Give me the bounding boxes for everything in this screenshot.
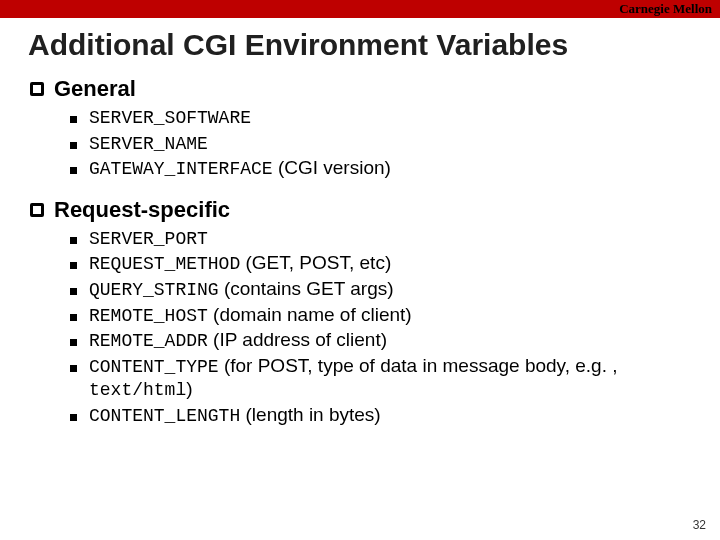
square-bullet-icon [70,116,77,123]
list-item-text: QUERY_STRING (contains GET args) [89,278,394,302]
top-color-bar [0,0,720,18]
list-item: SERVER_NAME [70,132,690,156]
section-items: SERVER_PORT REQUEST_METHOD (GET, POST, e… [70,227,690,428]
square-bullet-icon [70,339,77,346]
square-bullet-icon [70,314,77,321]
list-item: GATEWAY_INTERFACE (CGI version) [70,157,690,181]
list-item-text: REMOTE_HOST (domain name of client) [89,304,412,328]
list-item: REMOTE_HOST (domain name of client) [70,304,690,328]
list-item-text: CONTENT_LENGTH (length in bytes) [89,404,381,428]
section-items: SERVER_SOFTWARE SERVER_NAME GATEWAY_INTE… [70,106,690,181]
list-item: REMOTE_ADDR (IP address of client) [70,329,690,353]
list-item-text: REQUEST_METHOD (GET, POST, etc) [89,252,391,276]
section-heading: General [30,76,690,102]
list-item-text: SERVER_NAME [89,132,208,156]
page-number: 32 [693,518,706,532]
square-bullet-icon [70,365,77,372]
square-bullet-icon [70,237,77,244]
slide-title: Additional CGI Environment Variables [28,28,720,62]
square-bullet-icon [70,262,77,269]
list-item-text: CONTENT_TYPE (for POST, type of data in … [89,355,690,402]
slide-content: General SERVER_SOFTWARE SERVER_NAME GATE… [30,76,690,428]
square-bullet-icon [70,142,77,149]
square-bullet-icon [70,414,77,421]
list-item-text: REMOTE_ADDR (IP address of client) [89,329,387,353]
list-item-text: GATEWAY_INTERFACE (CGI version) [89,157,391,181]
list-item: QUERY_STRING (contains GET args) [70,278,690,302]
list-item: CONTENT_TYPE (for POST, type of data in … [70,355,690,402]
list-item-text: SERVER_SOFTWARE [89,106,251,130]
hollow-square-bullet-icon [30,82,44,96]
hollow-square-bullet-icon [30,203,44,217]
list-item: SERVER_PORT [70,227,690,251]
list-item: REQUEST_METHOD (GET, POST, etc) [70,252,690,276]
section-heading: Request-specific [30,197,690,223]
section-heading-text: General [54,76,136,102]
square-bullet-icon [70,167,77,174]
section-heading-text: Request-specific [54,197,230,223]
square-bullet-icon [70,288,77,295]
list-item-text: SERVER_PORT [89,227,208,251]
list-item: CONTENT_LENGTH (length in bytes) [70,404,690,428]
brand-label: Carnegie Mellon [619,0,712,18]
list-item: SERVER_SOFTWARE [70,106,690,130]
